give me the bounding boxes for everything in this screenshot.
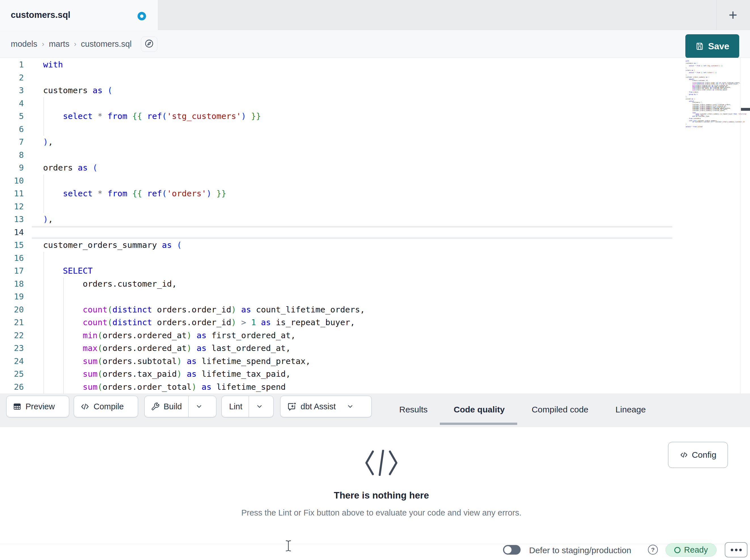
lint-label: Lint: [229, 402, 242, 411]
new-tab-button[interactable]: +: [723, 5, 744, 25]
code-line-8[interactable]: 8: [0, 149, 740, 162]
code-line-11[interactable]: 11 select * from {{ ref('orders') }}: [0, 187, 740, 200]
editor-scrollbar-thumb[interactable]: [741, 108, 750, 111]
empty-state-title: There is nothing here: [0, 490, 750, 501]
code-line-21[interactable]: 21 count(distinct orders.order_id) > 1 a…: [0, 316, 740, 329]
save-label: Save: [708, 41, 729, 51]
explore-lineage-button[interactable]: [141, 37, 157, 52]
code-text: SELECT: [43, 265, 93, 277]
code-line-7[interactable]: 7),: [0, 136, 740, 149]
line-number: 13: [0, 213, 24, 226]
code-text: orders as (: [43, 162, 98, 174]
dbt-assist-button[interactable]: dbt Assist: [280, 396, 372, 417]
unsaved-changes-dot-icon: [138, 12, 146, 20]
line-number: 14: [0, 226, 24, 239]
minimap[interactable]: with customers as ( select * from {{ ref…: [686, 61, 742, 127]
tab-compiled-code[interactable]: Compiled code: [532, 405, 588, 414]
status-ring-icon: [674, 547, 680, 553]
code-text: sum(orders.order_total) as lifetime_spen…: [43, 381, 286, 394]
file-tab-title: customers.sql: [11, 10, 70, 20]
wrench-icon: [151, 402, 160, 411]
build-button[interactable]: Build: [144, 396, 216, 417]
code-line-1[interactable]: 1with: [0, 58, 740, 71]
compile-button[interactable]: Compile: [74, 396, 138, 417]
code-line-25[interactable]: 25 sum(orders.tax_paid) as lifetime_tax_…: [0, 368, 740, 381]
file-tab-customers-sql[interactable]: customers.sql: [0, 0, 158, 30]
line-number: 3: [0, 84, 24, 97]
line-number: 5: [0, 110, 24, 123]
code-line-18[interactable]: 18 orders.customer_id,: [0, 277, 740, 291]
code-text: select * from {{ ref('orders') }}: [43, 187, 226, 200]
line-number: 11: [0, 187, 24, 200]
lint-dropdown-button[interactable]: [249, 396, 270, 417]
build-dropdown-button[interactable]: [189, 396, 210, 417]
line-number: 21: [0, 316, 24, 329]
compass-icon: [144, 39, 154, 49]
tab-results[interactable]: Results: [399, 405, 428, 414]
code-line-10[interactable]: 10: [0, 174, 740, 188]
code-text: sum(orders.tax_paid) as lifetime_tax_pai…: [43, 368, 291, 381]
config-button[interactable]: Config: [668, 442, 728, 468]
save-button[interactable]: Save: [685, 34, 739, 58]
code-line-3[interactable]: 3customers as (: [0, 84, 740, 97]
text-cursor-pointer: [285, 540, 292, 553]
indent-guide: [63, 277, 64, 394]
toggle-knob: [504, 546, 512, 554]
code-line-26[interactable]: 26 sum(orders.order_total) as lifetime_s…: [0, 381, 740, 394]
editor-scrollbar-track[interactable]: [740, 58, 741, 393]
line-number: 25: [0, 368, 24, 381]
code-line-9[interactable]: 9orders as (: [0, 162, 740, 174]
line-number: 8: [0, 149, 24, 162]
code-line-22[interactable]: 22 min(orders.ordered_at) as first_order…: [0, 329, 740, 342]
ready-label: Ready: [684, 545, 708, 555]
line-number: 7: [0, 136, 24, 149]
code-text: count(distinct orders.order_id) as count…: [43, 303, 365, 316]
code-line-6[interactable]: 6: [0, 123, 740, 136]
code-text: count(distinct orders.order_id) > 1 as i…: [43, 316, 355, 329]
code-line-19[interactable]: 19: [0, 290, 740, 303]
lint-button[interactable]: Lint: [221, 396, 274, 417]
line-number: 20: [0, 303, 24, 316]
code-line-20[interactable]: 20 count(distinct orders.order_id) as co…: [0, 303, 740, 316]
tab-lineage[interactable]: Lineage: [616, 405, 646, 414]
help-question-icon[interactable]: ?: [648, 545, 658, 555]
tabbar-divider: [716, 0, 716, 30]
code-line-17[interactable]: 17 SELECT: [0, 265, 740, 277]
code-line-15[interactable]: 15customer_orders_summary as (: [0, 239, 740, 252]
line-number: 24: [0, 355, 24, 368]
code-line-13[interactable]: 13),: [0, 213, 740, 226]
code-line-12[interactable]: 12: [0, 200, 740, 213]
line-number: 16: [0, 252, 24, 265]
code-line-4[interactable]: 4: [0, 97, 740, 110]
assist-dropdown-button[interactable]: [342, 396, 358, 417]
indent-guide: [43, 252, 44, 394]
code-line-5[interactable]: 5 select * from {{ ref('stg_customers') …: [0, 110, 740, 123]
code-line-24[interactable]: 24 sum(orders.subtotal) as lifetime_spen…: [0, 355, 740, 368]
breadcrumb-item-marts: marts: [49, 39, 70, 49]
breadcrumb: models › marts › customers.sql: [11, 30, 132, 58]
preview-label: Preview: [25, 402, 55, 411]
save-icon: [695, 42, 704, 51]
chevron-right-icon: ›: [42, 40, 44, 48]
code-editor[interactable]: 1with23customers as (45 select * from {{…: [0, 58, 750, 393]
chevron-down-icon: [195, 403, 203, 410]
ellipsis-icon: [731, 549, 733, 551]
table-icon: [13, 402, 22, 411]
tab-code-quality[interactable]: Code quality: [454, 405, 505, 414]
indent-guide: [43, 97, 44, 136]
code-line-16[interactable]: 16: [0, 252, 740, 265]
status-badge-ready[interactable]: Ready: [666, 543, 716, 557]
line-number: 26: [0, 381, 24, 394]
code-line-2[interactable]: 2: [0, 71, 740, 84]
assist-label: dbt Assist: [300, 402, 336, 411]
overflow-menu-button[interactable]: [725, 542, 747, 557]
defer-label: Defer to staging/production: [529, 545, 631, 555]
code-text: customer_orders_summary as (: [43, 239, 182, 252]
preview-button[interactable]: Preview: [6, 396, 69, 417]
line-number: 1: [0, 58, 24, 71]
empty-state-subtitle: Press the Lint or Fix button above to ev…: [0, 508, 750, 518]
line-number: 6: [0, 123, 24, 136]
defer-toggle[interactable]: [503, 545, 520, 555]
code-line-14[interactable]: 14: [0, 226, 740, 239]
code-line-23[interactable]: 23 max(orders.ordered_at) as last_ordere…: [0, 342, 740, 355]
